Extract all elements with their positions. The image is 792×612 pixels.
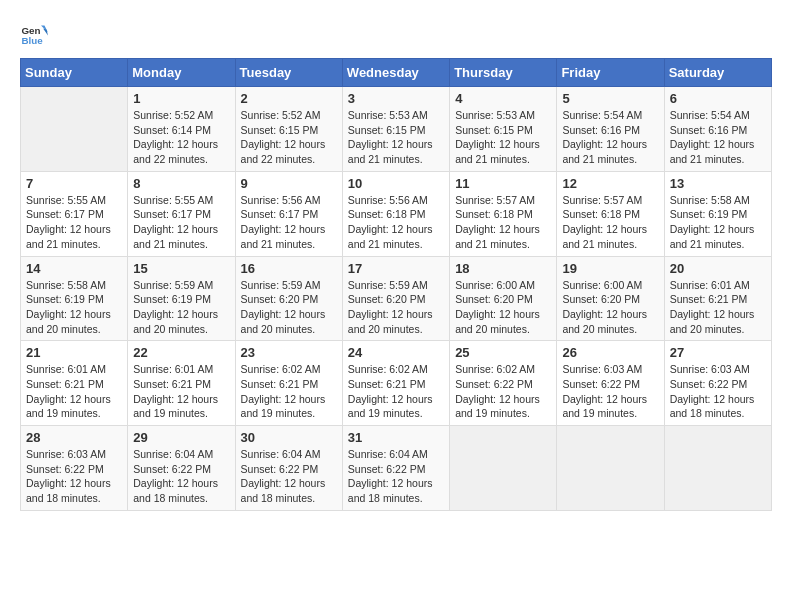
day-cell: 8Sunrise: 5:55 AMSunset: 6:17 PMDaylight… <box>128 171 235 256</box>
day-number: 27 <box>670 345 766 360</box>
day-cell: 5Sunrise: 5:54 AMSunset: 6:16 PMDaylight… <box>557 87 664 172</box>
weekday-header-friday: Friday <box>557 59 664 87</box>
day-cell: 27Sunrise: 6:03 AMSunset: 6:22 PMDayligh… <box>664 341 771 426</box>
day-info: Sunrise: 5:52 AMSunset: 6:15 PMDaylight:… <box>241 108 337 167</box>
day-info: Sunrise: 6:04 AMSunset: 6:22 PMDaylight:… <box>348 447 444 506</box>
day-number: 17 <box>348 261 444 276</box>
week-row-4: 21Sunrise: 6:01 AMSunset: 6:21 PMDayligh… <box>21 341 772 426</box>
day-number: 12 <box>562 176 658 191</box>
day-info: Sunrise: 5:55 AMSunset: 6:17 PMDaylight:… <box>133 193 229 252</box>
day-number: 4 <box>455 91 551 106</box>
day-info: Sunrise: 5:57 AMSunset: 6:18 PMDaylight:… <box>455 193 551 252</box>
day-cell: 24Sunrise: 6:02 AMSunset: 6:21 PMDayligh… <box>342 341 449 426</box>
day-info: Sunrise: 5:54 AMSunset: 6:16 PMDaylight:… <box>562 108 658 167</box>
day-number: 6 <box>670 91 766 106</box>
day-info: Sunrise: 6:03 AMSunset: 6:22 PMDaylight:… <box>562 362 658 421</box>
day-info: Sunrise: 5:53 AMSunset: 6:15 PMDaylight:… <box>348 108 444 167</box>
day-info: Sunrise: 6:00 AMSunset: 6:20 PMDaylight:… <box>562 278 658 337</box>
day-cell: 22Sunrise: 6:01 AMSunset: 6:21 PMDayligh… <box>128 341 235 426</box>
day-cell: 6Sunrise: 5:54 AMSunset: 6:16 PMDaylight… <box>664 87 771 172</box>
week-row-2: 7Sunrise: 5:55 AMSunset: 6:17 PMDaylight… <box>21 171 772 256</box>
day-cell <box>21 87 128 172</box>
day-info: Sunrise: 6:01 AMSunset: 6:21 PMDaylight:… <box>133 362 229 421</box>
day-info: Sunrise: 5:58 AMSunset: 6:19 PMDaylight:… <box>670 193 766 252</box>
day-info: Sunrise: 6:04 AMSunset: 6:22 PMDaylight:… <box>133 447 229 506</box>
day-cell: 31Sunrise: 6:04 AMSunset: 6:22 PMDayligh… <box>342 426 449 511</box>
day-number: 21 <box>26 345 122 360</box>
logo-icon: Gen Blue <box>20 20 48 48</box>
day-cell: 3Sunrise: 5:53 AMSunset: 6:15 PMDaylight… <box>342 87 449 172</box>
day-info: Sunrise: 5:52 AMSunset: 6:14 PMDaylight:… <box>133 108 229 167</box>
logo: Gen Blue <box>20 20 52 48</box>
day-info: Sunrise: 6:03 AMSunset: 6:22 PMDaylight:… <box>26 447 122 506</box>
day-info: Sunrise: 5:59 AMSunset: 6:20 PMDaylight:… <box>241 278 337 337</box>
day-cell <box>557 426 664 511</box>
day-number: 8 <box>133 176 229 191</box>
day-number: 16 <box>241 261 337 276</box>
day-cell: 29Sunrise: 6:04 AMSunset: 6:22 PMDayligh… <box>128 426 235 511</box>
day-cell: 20Sunrise: 6:01 AMSunset: 6:21 PMDayligh… <box>664 256 771 341</box>
day-cell: 1Sunrise: 5:52 AMSunset: 6:14 PMDaylight… <box>128 87 235 172</box>
day-cell: 11Sunrise: 5:57 AMSunset: 6:18 PMDayligh… <box>450 171 557 256</box>
day-info: Sunrise: 5:59 AMSunset: 6:20 PMDaylight:… <box>348 278 444 337</box>
day-info: Sunrise: 5:57 AMSunset: 6:18 PMDaylight:… <box>562 193 658 252</box>
svg-text:Blue: Blue <box>21 35 43 46</box>
day-number: 29 <box>133 430 229 445</box>
day-cell: 21Sunrise: 6:01 AMSunset: 6:21 PMDayligh… <box>21 341 128 426</box>
svg-marker-3 <box>43 28 48 35</box>
day-number: 15 <box>133 261 229 276</box>
day-cell: 10Sunrise: 5:56 AMSunset: 6:18 PMDayligh… <box>342 171 449 256</box>
day-number: 19 <box>562 261 658 276</box>
weekday-header-thursday: Thursday <box>450 59 557 87</box>
day-number: 10 <box>348 176 444 191</box>
day-cell: 17Sunrise: 5:59 AMSunset: 6:20 PMDayligh… <box>342 256 449 341</box>
day-info: Sunrise: 5:58 AMSunset: 6:19 PMDaylight:… <box>26 278 122 337</box>
weekday-header-saturday: Saturday <box>664 59 771 87</box>
day-number: 25 <box>455 345 551 360</box>
weekday-header-wednesday: Wednesday <box>342 59 449 87</box>
day-number: 7 <box>26 176 122 191</box>
calendar-table: SundayMondayTuesdayWednesdayThursdayFrid… <box>20 58 772 511</box>
week-row-1: 1Sunrise: 5:52 AMSunset: 6:14 PMDaylight… <box>21 87 772 172</box>
day-number: 24 <box>348 345 444 360</box>
day-number: 26 <box>562 345 658 360</box>
day-number: 11 <box>455 176 551 191</box>
weekday-header-sunday: Sunday <box>21 59 128 87</box>
day-cell: 30Sunrise: 6:04 AMSunset: 6:22 PMDayligh… <box>235 426 342 511</box>
day-info: Sunrise: 5:54 AMSunset: 6:16 PMDaylight:… <box>670 108 766 167</box>
day-cell: 12Sunrise: 5:57 AMSunset: 6:18 PMDayligh… <box>557 171 664 256</box>
day-info: Sunrise: 6:03 AMSunset: 6:22 PMDaylight:… <box>670 362 766 421</box>
day-cell: 2Sunrise: 5:52 AMSunset: 6:15 PMDaylight… <box>235 87 342 172</box>
day-cell <box>450 426 557 511</box>
weekday-header-monday: Monday <box>128 59 235 87</box>
day-info: Sunrise: 5:59 AMSunset: 6:19 PMDaylight:… <box>133 278 229 337</box>
day-number: 5 <box>562 91 658 106</box>
day-cell: 23Sunrise: 6:02 AMSunset: 6:21 PMDayligh… <box>235 341 342 426</box>
day-info: Sunrise: 5:55 AMSunset: 6:17 PMDaylight:… <box>26 193 122 252</box>
day-number: 2 <box>241 91 337 106</box>
day-cell: 13Sunrise: 5:58 AMSunset: 6:19 PMDayligh… <box>664 171 771 256</box>
day-number: 28 <box>26 430 122 445</box>
day-number: 18 <box>455 261 551 276</box>
day-info: Sunrise: 5:56 AMSunset: 6:18 PMDaylight:… <box>348 193 444 252</box>
day-number: 1 <box>133 91 229 106</box>
day-number: 30 <box>241 430 337 445</box>
header-area: Gen Blue <box>20 20 772 48</box>
day-cell: 7Sunrise: 5:55 AMSunset: 6:17 PMDaylight… <box>21 171 128 256</box>
day-cell: 16Sunrise: 5:59 AMSunset: 6:20 PMDayligh… <box>235 256 342 341</box>
day-number: 13 <box>670 176 766 191</box>
day-cell: 26Sunrise: 6:03 AMSunset: 6:22 PMDayligh… <box>557 341 664 426</box>
day-cell: 28Sunrise: 6:03 AMSunset: 6:22 PMDayligh… <box>21 426 128 511</box>
day-number: 22 <box>133 345 229 360</box>
weekday-header-tuesday: Tuesday <box>235 59 342 87</box>
day-number: 3 <box>348 91 444 106</box>
day-number: 20 <box>670 261 766 276</box>
day-info: Sunrise: 5:56 AMSunset: 6:17 PMDaylight:… <box>241 193 337 252</box>
day-number: 31 <box>348 430 444 445</box>
day-info: Sunrise: 6:02 AMSunset: 6:21 PMDaylight:… <box>241 362 337 421</box>
day-info: Sunrise: 6:02 AMSunset: 6:21 PMDaylight:… <box>348 362 444 421</box>
day-info: Sunrise: 6:01 AMSunset: 6:21 PMDaylight:… <box>26 362 122 421</box>
day-cell: 18Sunrise: 6:00 AMSunset: 6:20 PMDayligh… <box>450 256 557 341</box>
day-cell <box>664 426 771 511</box>
day-info: Sunrise: 6:02 AMSunset: 6:22 PMDaylight:… <box>455 362 551 421</box>
